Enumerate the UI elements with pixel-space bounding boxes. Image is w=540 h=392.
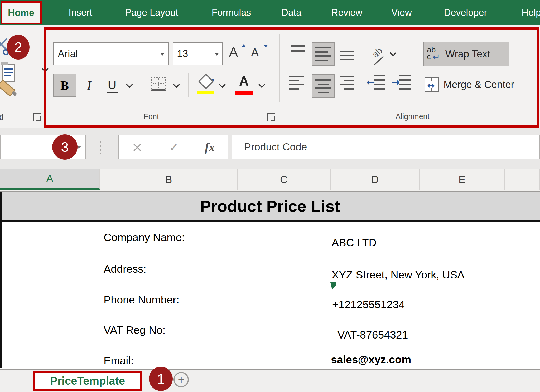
new-sheet-button[interactable]: + — [173, 372, 189, 387]
align-middle-button[interactable] — [312, 42, 335, 66]
font-name-dropdown-icon[interactable] — [160, 53, 165, 56]
increase-indent-button[interactable]: → — [393, 75, 411, 91]
increase-font-size-button[interactable]: A — [229, 44, 247, 64]
align-center-icon — [315, 79, 331, 93]
row-label-address[interactable]: Address: — [104, 263, 146, 275]
formula-enter-icon[interactable]: ✓ — [169, 140, 179, 154]
formula-bar-splitter[interactable] — [100, 141, 101, 154]
font-dialog-launcher-icon[interactable] — [267, 113, 275, 121]
font-size-value: 13 — [173, 48, 188, 60]
annotation-badge-1: 1 — [149, 367, 173, 391]
merge-center-label: Merge & Center — [443, 79, 514, 90]
borders-icon[interactable] — [151, 77, 166, 91]
tab-review[interactable]: Review — [328, 0, 366, 25]
fill-color-swatch — [197, 91, 214, 94]
merge-center-icon: ↔ — [425, 77, 439, 92]
align-top-icon[interactable] — [291, 45, 305, 52]
bold-button[interactable]: B — [53, 74, 76, 97]
tab-formulas[interactable]: Formulas — [207, 0, 256, 25]
column-header-partial[interactable] — [505, 169, 540, 190]
column-header-d[interactable]: D — [331, 169, 420, 190]
align-center-button[interactable] — [312, 74, 335, 98]
tab-page-layout[interactable]: Page Layout — [119, 0, 185, 25]
tab-insert[interactable]: Insert — [66, 0, 95, 25]
tab-data[interactable]: Data — [278, 0, 305, 25]
insert-function-icon[interactable]: fx — [205, 140, 215, 154]
row-value-vat[interactable]: VAT-87654321 — [338, 329, 408, 341]
formula-cancel-icon[interactable]: × — [132, 139, 143, 155]
row-value-company[interactable]: ABC LTD — [332, 237, 377, 249]
row-label-email[interactable]: Email: — [104, 355, 134, 367]
decrease-font-arrow-icon — [264, 45, 268, 47]
alignment-group-label: Alignment — [396, 112, 430, 121]
row-value-phone[interactable]: +12125551234 — [332, 298, 405, 311]
new-sheet-plus-icon: + — [178, 374, 185, 385]
row-label-company[interactable]: Company Name: — [104, 231, 185, 244]
decrease-font-size-button[interactable]: A — [251, 46, 269, 66]
underline-button[interactable]: U — [103, 74, 121, 97]
wrap-text-icon: ab c ↵ — [427, 46, 443, 62]
column-header-c[interactable]: C — [238, 169, 331, 190]
formula-buttons-box: × ✓ fx — [118, 135, 228, 159]
clipboard-dialog-launcher-icon[interactable] — [33, 113, 41, 121]
formula-bar-value: Product Code — [244, 141, 307, 153]
formula-bar-input[interactable]: Product Code — [232, 135, 540, 159]
sheet-title: Product Price List — [0, 197, 540, 215]
increase-indent-arrow-icon: → — [391, 76, 400, 88]
row-value-email[interactable]: sales@xyz.com — [331, 354, 411, 366]
annotation-badge-3: 3 — [52, 134, 78, 160]
font-color-swatch — [235, 91, 253, 95]
wrap-text-button[interactable]: ab c ↵ Wrap Text — [423, 42, 509, 66]
title-row[interactable]: Product Price List — [0, 192, 540, 222]
font-color-button[interactable]: A — [235, 74, 253, 95]
decrease-indent-button[interactable]: ← — [368, 75, 385, 91]
font-name-combobox[interactable]: Arial — [53, 42, 169, 65]
increase-font-arrow-icon — [242, 44, 246, 47]
clipboard-group-label: d — [0, 113, 4, 121]
column-header-a[interactable]: A — [0, 169, 100, 190]
column-header-e[interactable]: E — [420, 169, 505, 190]
row-value-address[interactable]: XYZ Street, New York, USA — [332, 269, 465, 281]
font-size-combobox[interactable]: 13 — [173, 42, 223, 65]
wrap-text-label: Wrap Text — [445, 48, 490, 60]
align-right-icon[interactable] — [340, 76, 354, 90]
font-name-value: Arial — [54, 48, 78, 60]
sheet-tab-label: PriceTemplate — [50, 375, 125, 387]
tab-help[interactable]: Help — [515, 0, 540, 25]
align-middle-icon — [315, 47, 331, 61]
orientation-button[interactable]: ab — [370, 45, 389, 62]
sheet-tab-pricetemplate[interactable]: PriceTemplate — [33, 371, 142, 391]
tab-home-label: Home — [8, 7, 34, 18]
align-left-icon[interactable] — [289, 76, 304, 90]
comment-flag-icon — [330, 282, 336, 290]
font-group-label: Font — [144, 112, 159, 121]
fill-drip-icon — [211, 79, 214, 82]
tab-home[interactable]: Home — [1, 1, 42, 24]
paste-icon[interactable] — [2, 64, 15, 82]
italic-button[interactable]: I — [81, 74, 97, 97]
excel-window: Home Insert Page Layout Formulas Data Re… — [0, 0, 540, 392]
annotation-badge-2: 2 — [7, 35, 30, 60]
row-label-phone[interactable]: Phone Number: — [104, 294, 179, 306]
font-size-dropdown-icon[interactable] — [214, 53, 219, 56]
align-bottom-icon[interactable] — [340, 51, 354, 60]
decrease-indent-arrow-icon: ← — [367, 76, 375, 88]
fill-color-button[interactable] — [197, 75, 214, 95]
tab-view[interactable]: View — [388, 0, 415, 25]
tab-developer[interactable]: Developer — [437, 0, 494, 25]
row-label-vat[interactable]: VAT Reg No: — [104, 324, 166, 336]
table-left-border — [0, 192, 2, 368]
merge-center-button[interactable]: ↔ Merge & Center — [425, 76, 538, 93]
column-header-b[interactable]: B — [100, 169, 238, 190]
